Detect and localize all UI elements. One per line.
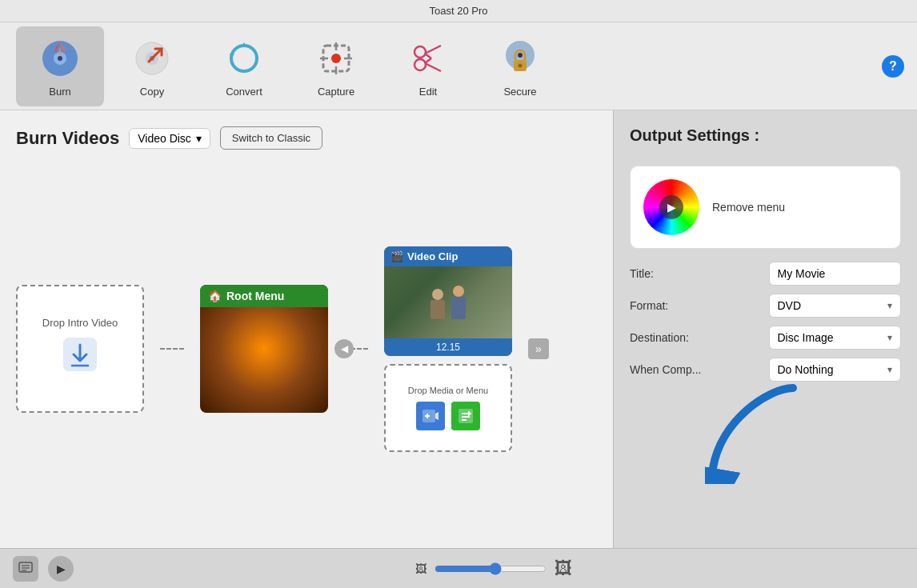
left-panel: Burn Videos Video Disc ▾ Switch to Class… — [0, 110, 613, 548]
convert-label: Convert — [226, 86, 262, 98]
canvas-area: Drop Intro Video 🏠 — [16, 166, 597, 532]
person-1 — [430, 289, 445, 319]
intro-drop-label: Drop Intro Video — [34, 317, 126, 329]
help-button[interactable]: ? — [882, 55, 904, 78]
panel-header: Burn Videos Video Disc ▾ Switch to Class… — [16, 126, 597, 150]
video-disc-dropdown[interactable]: Video Disc ▾ — [129, 128, 210, 149]
title-label: Title: — [630, 267, 763, 280]
video-clip-footer: 12.15 — [384, 338, 512, 356]
svg-point-15 — [414, 59, 426, 70]
root-menu-header: 🏠 Root Menu — [200, 285, 328, 307]
svg-point-14 — [414, 46, 426, 58]
svg-line-16 — [425, 46, 441, 54]
connector-2: ◀ — [344, 348, 368, 350]
title-bar: Toast 20 Pro — [0, 0, 917, 22]
sidebar-item-copy[interactable]: Copy — [108, 26, 196, 106]
person-2 — [451, 286, 466, 319]
chevron-down-icon: ▾ — [887, 332, 892, 343]
right-panel: Output Settings : ▶ Remove menu Title: F… — [613, 110, 917, 548]
edit-label: Edit — [419, 86, 437, 98]
help-icon: ? — [889, 59, 897, 74]
play-icon: ▶ — [57, 562, 66, 575]
home-icon: 🏠 — [208, 290, 222, 302]
format-dropdown[interactable]: DVD ▾ — [769, 294, 902, 318]
thumbnail-image — [384, 266, 512, 338]
thumbnail-size-slider-area: 🖼 🖼 — [415, 558, 572, 579]
svg-line-19 — [425, 58, 431, 63]
secure-label: Secure — [503, 86, 536, 98]
chevron-down-icon: ▾ — [196, 132, 202, 145]
chevron-down-icon: ▾ — [887, 364, 892, 375]
video-clip[interactable]: 🎬 Video Clip — [384, 246, 512, 356]
destination-label: Destination: — [630, 331, 763, 344]
app-title: Toast 20 Pro — [430, 5, 488, 17]
connector-1 — [160, 348, 184, 350]
edit-button[interactable] — [13, 556, 38, 582]
panel-title: Burn Videos — [16, 128, 119, 149]
people-silhouette — [430, 286, 466, 319]
output-settings-title: Output Settings : — [630, 126, 901, 145]
sidebar-item-capture[interactable]: Capture — [292, 26, 380, 106]
burn-icon — [36, 34, 84, 82]
capture-label: Capture — [318, 86, 354, 98]
main-content: Burn Videos Video Disc ▾ Switch to Class… — [0, 110, 917, 548]
format-label: Format: — [630, 299, 763, 312]
capture-icon — [312, 34, 360, 82]
sidebar-item-secure[interactable]: Secure — [476, 26, 564, 106]
destination-dropdown[interactable]: Disc Image ▾ — [769, 326, 902, 350]
drop-download-icon — [61, 335, 99, 381]
copy-label: Copy — [140, 86, 164, 98]
switch-classic-button[interactable]: Switch to Classic — [220, 126, 322, 150]
intro-drop-zone[interactable]: Drop Intro Video — [16, 285, 144, 413]
play-button[interactable]: ▶ — [48, 556, 74, 582]
arrow-left-button[interactable]: ◀ — [334, 339, 354, 358]
secure-icon — [496, 34, 544, 82]
video-thumbnail — [384, 266, 512, 338]
when-complete-dropdown[interactable]: Do Nothing ▾ — [769, 358, 902, 382]
add-menu-icon[interactable] — [451, 402, 480, 430]
sidebar-item-edit[interactable]: Edit — [384, 26, 472, 106]
thumbnail-slider[interactable] — [434, 562, 547, 575]
video-clip-header: 🎬 Video Clip — [384, 246, 512, 266]
video-section: 🎬 Video Clip — [384, 246, 512, 452]
svg-point-2 — [58, 56, 62, 61]
media-icons — [416, 402, 480, 430]
svg-point-9 — [331, 54, 341, 63]
root-menu[interactable]: 🏠 Root Menu — [200, 285, 328, 413]
output-settings-grid: Title: Format: DVD ▾ Destination: Disc I… — [630, 262, 901, 382]
svg-point-24 — [519, 64, 523, 68]
toolbar: Burn Copy — [0, 22, 917, 110]
media-drop-zone[interactable]: Drop Media or Menu — [384, 364, 512, 452]
sidebar-item-convert[interactable]: Convert — [200, 26, 288, 106]
convert-icon — [220, 34, 268, 82]
svg-line-17 — [425, 63, 441, 71]
copy-icon — [128, 34, 176, 82]
add-video-icon[interactable] — [416, 402, 445, 430]
thumbnail-small-icon: 🖼 — [415, 562, 426, 575]
expand-button[interactable]: » — [528, 338, 549, 359]
bottom-bar: ▶ 🖼 🖼 — [0, 548, 917, 588]
color-wheel-card[interactable]: ▶ Remove menu — [630, 166, 901, 249]
sidebar-item-burn[interactable]: Burn — [16, 26, 104, 106]
edit-icon — [404, 34, 452, 82]
burn-label: Burn — [49, 86, 70, 98]
play-overlay: ▶ — [659, 195, 683, 219]
svg-line-18 — [425, 54, 431, 58]
remove-menu-button[interactable]: Remove menu — [712, 201, 785, 214]
thumbnail-large-icon: 🖼 — [555, 558, 572, 579]
when-complete-label: When Comp... — [630, 363, 763, 376]
chevron-down-icon: ▾ — [887, 300, 892, 311]
title-input[interactable] — [769, 262, 902, 286]
root-menu-container: 🏠 Root Menu — [200, 285, 328, 413]
svg-point-22 — [518, 53, 523, 58]
color-wheel: ▶ — [643, 179, 699, 235]
drop-media-label: Drop Media or Menu — [408, 386, 488, 395]
film-icon: 🎬 — [390, 250, 403, 262]
